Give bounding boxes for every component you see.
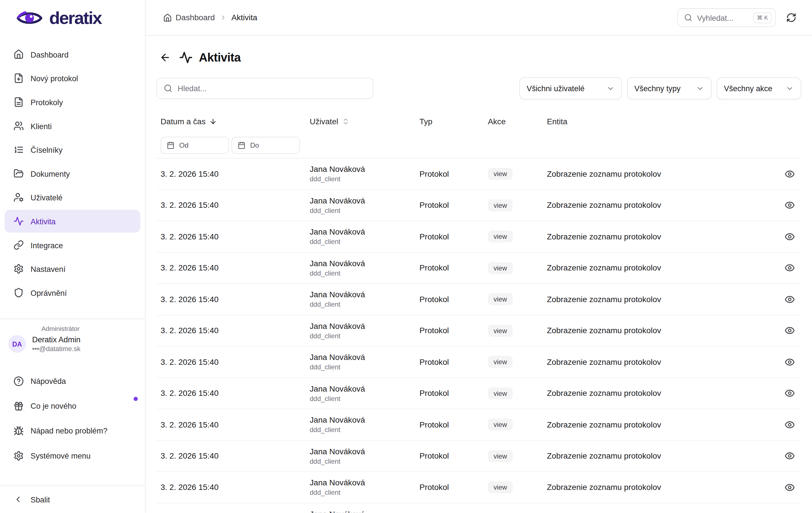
eye-icon[interactable] [785,420,795,430]
search-shortcut-badge: ⌘ K [753,12,772,23]
user-menu[interactable]: DA Deratix Admin •••@datatime.sk [8,335,137,353]
table-search[interactable] [156,78,374,99]
global-search[interactable]: ⌘ K [677,8,776,27]
row-user-name: Jana Nováková [310,290,415,300]
breadcrumb-dashboard-link[interactable]: Dashboard [163,13,215,22]
filter-bar: Všichni uživatelé Všechny typy Všechny a… [156,77,801,99]
home-icon [13,49,24,60]
sidebar-item-ciselniky[interactable]: Číselníky [5,138,140,161]
eye-icon[interactable] [785,169,795,179]
brand-logo[interactable]: deratix [0,0,145,36]
arrow-left-icon [160,52,171,63]
column-header-datetime[interactable]: Datum a čas [156,117,306,126]
sidebar-item-dokumenty[interactable]: Dokumenty [5,162,140,185]
sidebar-item-nastaveni[interactable]: Nastavení [5,257,140,280]
row-action-cell: view [484,450,543,462]
page-header: Aktivita [156,46,801,69]
sidebar-item-opravneni[interactable]: Oprávnění [5,281,140,304]
sidebar-item-co-je-noveho[interactable]: Co je nového [5,394,140,418]
sidebar-item-dashboard[interactable]: Dashboard [5,43,140,66]
table-row: 3. 2. 2026 15:40 Jana Nováková ddd_clien… [156,221,801,253]
sidebar-item-uzivatele[interactable]: Uživatelé [5,186,140,209]
user-name: Deratix Admin [32,335,81,344]
row-user-cell: Jana Nováková ddd_client [306,227,415,246]
row-datetime: 3. 2. 2026 15:40 [156,169,306,179]
sidebar-item-napad-nebo-problem[interactable]: Nápad nebo problém? [5,419,140,442]
row-entity: Zobrazenie zoznamu protokolov [543,326,778,336]
eye-icon[interactable] [785,357,795,367]
eye-icon[interactable] [785,294,795,304]
row-action-cell: view [484,231,543,243]
row-detail-cell [778,357,801,367]
user-role-label: Administrátor [41,325,137,332]
gear-icon [13,450,24,461]
sidebar-item-klienti[interactable]: Klienti [5,115,140,137]
row-action-cell: view [484,262,543,274]
row-user-cell: Jana Nováková ddd_client [306,416,415,434]
row-user-cell: Jana Nováková ddd_client [306,290,415,308]
sidebar-item-napoveda[interactable]: Nápověda [5,369,140,393]
activity-icon [13,216,24,226]
table-row: 3. 2. 2026 15:40 Jana Nováková ddd_clien… [156,503,801,513]
row-detail-cell [778,200,801,210]
sidebar-item-protokoly[interactable]: Protokoly [5,91,140,113]
row-datetime: 3. 2. 2026 15:40 [156,451,306,461]
back-button[interactable] [156,49,174,66]
user-email: •••@datatime.sk [32,345,81,353]
row-datetime: 3. 2. 2026 15:40 [156,420,306,429]
activity-table-body: 3. 2. 2026 15:40 Jana Nováková ddd_clien… [156,159,801,513]
row-user-sub: ddd_client [310,363,415,371]
row-datetime: 3. 2. 2026 15:40 [156,263,306,273]
sidebar-nav: Dashboard Nový protokol Protokoly Klient… [0,36,145,304]
sidebar-item-aktivita[interactable]: Aktivita [5,210,140,233]
eye-icon[interactable] [785,388,795,398]
filter-users-dropdown[interactable]: Všichni uživatelé [519,77,622,99]
sort-arrow-down-icon [209,118,217,125]
notification-dot [134,397,138,401]
row-entity: Zobrazenie zoznamu protokolov [543,263,778,273]
eye-icon[interactable] [785,482,795,492]
row-action-badge: view [488,293,513,305]
row-action-cell: view [484,324,543,337]
row-user-name: Jana Nováková [310,478,415,488]
users-icon [13,121,24,131]
sidebar-item-label: Oprávnění [30,288,67,297]
filter-actions-dropdown[interactable]: Všechny akce [717,77,801,99]
column-header-user[interactable]: Uživatel [306,117,415,126]
refresh-button[interactable] [785,11,798,24]
row-action-badge: view [488,168,513,180]
search-icon [164,84,172,93]
filter-types-dropdown[interactable]: Všechny typy [627,77,712,99]
folder-open-icon [13,168,24,179]
row-user-name: Jana Nováková [310,384,415,394]
eye-icon[interactable] [785,325,795,336]
sidebar-collapse-button[interactable]: Sbalit [0,485,145,513]
page-title: Aktivita [199,51,241,64]
eye-icon[interactable] [785,231,795,242]
column-label: Akce [488,117,506,126]
eye-icon[interactable] [785,451,795,461]
sidebar-item-integrace[interactable]: Integrace [5,234,140,256]
table-search-input[interactable] [177,84,366,93]
row-user-cell: Jana Nováková ddd_client [306,321,415,340]
chevron-right-icon [220,14,227,21]
row-type: Protokol [415,389,484,398]
date-from-input[interactable]: Od [161,137,229,154]
sidebar-item-systemove-menu[interactable]: Systémové menu [5,444,140,467]
row-action-badge: view [488,199,513,211]
date-to-input[interactable]: Do [231,137,300,154]
global-search-input[interactable] [697,13,749,22]
row-user-cell: Jana Nováková ddd_client [306,384,415,402]
table-row: 3. 2. 2026 15:40 Jana Nováková ddd_clien… [156,378,801,409]
sort-updown-icon [342,118,350,125]
row-detail-cell [778,169,801,179]
user-cog-icon [13,192,24,202]
date-to-label: Do [250,141,259,149]
eye-icon[interactable] [785,263,795,273]
eye-icon[interactable] [785,200,795,210]
row-user-name: Jana Nováková [310,416,415,425]
sidebar-item-novy-protokol[interactable]: Nový protokol [5,67,140,89]
breadcrumb-home-label: Dashboard [175,13,215,22]
row-detail-cell [778,263,801,273]
row-type: Protokol [415,201,484,210]
